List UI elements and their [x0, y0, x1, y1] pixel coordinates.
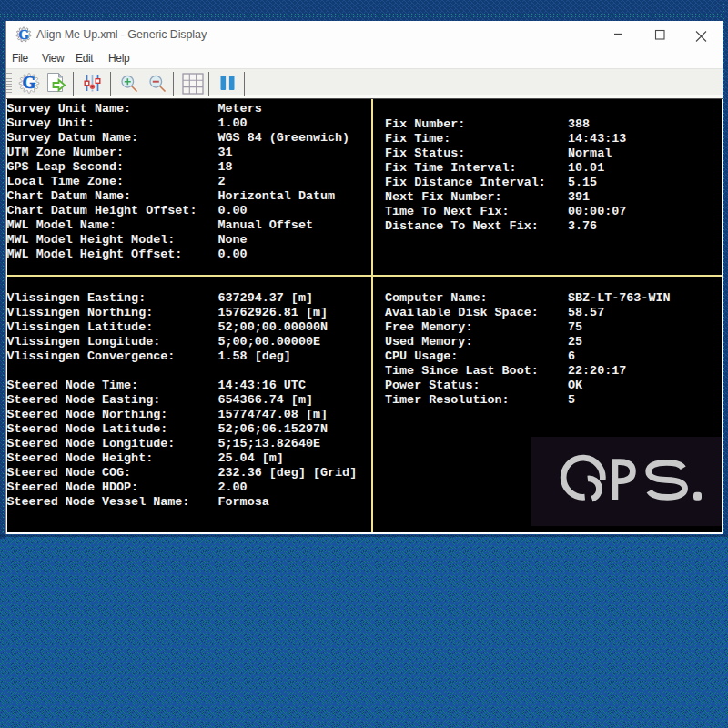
svg-text:G: G: [23, 73, 36, 92]
svg-text:G: G: [18, 27, 29, 42]
